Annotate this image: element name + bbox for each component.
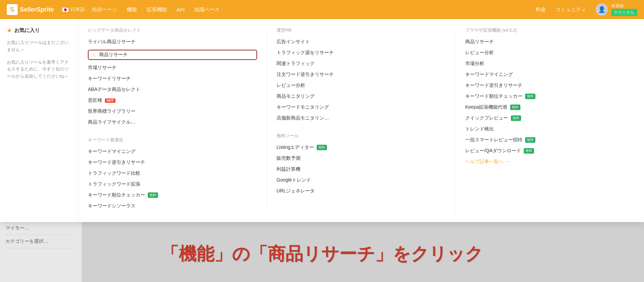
design-right-label: 意匠権 bbox=[88, 97, 102, 104]
favorites-hint-text: お気に入りツールを素早くアクセスするために、今すぐ右のツールから追加してください… bbox=[7, 59, 71, 80]
big-data-column: ビッグデータ商品セレクト ライバル商品リサーチ ☆ 商品リサーチ 市場リサーチ … bbox=[78, 27, 267, 214]
kw-rank-checker-link[interactable]: キーワード順位チェッカー 無料 bbox=[88, 192, 257, 198]
header-right: 料金 コミュニティ 👤 未登録 ゲストさん bbox=[536, 3, 637, 16]
traffic-compare-link[interactable]: トラフィックワード比較 bbox=[88, 170, 257, 176]
listing-editor-link[interactable]: Listingエディター 無料 bbox=[277, 144, 446, 151]
product-research-label: 商品リサーチ bbox=[99, 52, 128, 58]
url-gen-link[interactable]: URLジェネレータ bbox=[277, 188, 446, 194]
related-traffic-link[interactable]: 関連トラフィック bbox=[277, 61, 446, 67]
kw-thesaurus-link[interactable]: キーワードシソーラス bbox=[88, 203, 257, 209]
main-nav: 先頭ページ 機能 拡張機能 API 知識ベース bbox=[92, 6, 536, 13]
traffic-source-link[interactable]: トラフィック源をリサーチ bbox=[277, 50, 446, 56]
ext-market-link[interactable]: 市場分析 bbox=[465, 61, 634, 67]
aba-select-link[interactable]: ABAデータ商品セレクト bbox=[88, 87, 257, 93]
ext-quick-preview-label: クイックプレビュー bbox=[465, 115, 508, 121]
language-selector[interactable]: 🇯🇵 日本語 bbox=[62, 6, 85, 13]
listing-free-badge: 無料 bbox=[317, 145, 327, 150]
ext-keepa-free-badge: 無料 bbox=[510, 105, 520, 110]
nav-home[interactable]: 先頭ページ bbox=[92, 6, 117, 13]
logo[interactable]: S SellerSprite bbox=[7, 4, 54, 15]
trademark-library-link[interactable]: 世界商標ライブラリー bbox=[88, 108, 257, 114]
ext-keepa-link[interactable]: Keepa拡張機能代替 無料 bbox=[465, 104, 634, 110]
logo-icon: S bbox=[7, 4, 18, 15]
profit-calc-link[interactable]: 利益計算機 bbox=[277, 166, 446, 172]
ext-quick-preview-link[interactable]: クイックプレビュー 無料 bbox=[465, 115, 634, 121]
design-right-link[interactable]: 意匠権 HOT bbox=[88, 97, 257, 104]
hot-badge: HOT bbox=[105, 98, 115, 103]
nav-knowledge[interactable]: 知識ベース bbox=[194, 6, 220, 13]
keyword-opt-title: キーワード最適化 bbox=[88, 137, 257, 143]
sidebar-mymode[interactable]: マイモー… bbox=[5, 222, 76, 235]
browser-ext-column: ブラウザ拡張機能 (v4.5.2) 商品リサーチ レビュー分析 市場分析 キーワ… bbox=[456, 27, 644, 214]
product-monitoring-link[interactable]: 商品モニタリング bbox=[277, 93, 446, 99]
free-badge: 無料 bbox=[148, 192, 158, 198]
product-research-star-icon: ☆ bbox=[92, 52, 96, 58]
header: S SellerSprite 🇯🇵 日本語 先頭ページ 機能 拡張機能 API … bbox=[0, 0, 644, 19]
logo-text: SellerSprite bbox=[20, 6, 54, 13]
user-status: 未登録 bbox=[611, 3, 624, 9]
kw-monitoring-link[interactable]: キーワードモニタリング bbox=[277, 104, 446, 110]
sidebar-category[interactable]: カテゴリーを選択… bbox=[5, 235, 76, 248]
favorites-title: ★ お気に入り bbox=[7, 27, 71, 34]
kw-reverse-link[interactable]: キーワード逆引きリサーチ bbox=[88, 159, 257, 166]
store-monitoring-link[interactable]: 店舗新商品モニタリン… bbox=[277, 115, 446, 121]
dropdown-menu: ★ お気に入り お気に入りツールはまだございません～ お気に入りツールを素早くア… bbox=[0, 19, 644, 222]
avatar: 👤 bbox=[596, 3, 608, 16]
user-info: 未登録 ゲストさん bbox=[611, 3, 637, 16]
user-name-badge[interactable]: ゲストさん bbox=[611, 9, 637, 16]
favorites-panel: ★ お気に入り お気に入りツールはまだございません～ お気に入りツールを素早くア… bbox=[0, 19, 78, 222]
language-label: 日本語 bbox=[70, 6, 85, 13]
kw-rank-checker-label: キーワード順位チェッカー bbox=[88, 192, 145, 198]
keyword-research-link[interactable]: キーワードリサーチ bbox=[88, 76, 257, 82]
operations-column: 運営PR 広告インサイト トラフィック源をリサーチ 関連トラフィック 注文ワード… bbox=[267, 27, 456, 214]
favorites-label: お気に入り bbox=[14, 27, 40, 34]
sales-forecast-link[interactable]: 販売数予測 bbox=[277, 155, 446, 161]
ext-product-link[interactable]: 商品リサーチ bbox=[465, 39, 634, 45]
ext-review-dl-label: レビュー/QAダウンロード bbox=[465, 148, 521, 154]
ext-review-dl-free-badge: 無料 bbox=[524, 148, 534, 154]
favorites-empty-text: お気に入りツールはまだございません～ bbox=[7, 39, 71, 53]
ext-kw-rank-link[interactable]: キーワード順位チェッカー 無料 bbox=[465, 93, 634, 99]
order-reverse-link[interactable]: 注文ワード逆引きリサーチ bbox=[277, 72, 446, 78]
review-analysis-link[interactable]: レビュー分析 bbox=[277, 82, 446, 89]
browser-ext-label: ブラウザ拡張機能 (v4.5.2) bbox=[465, 28, 517, 33]
traffic-expand-link[interactable]: トラフィックワード拡張 bbox=[88, 181, 257, 187]
ad-insight-link[interactable]: 広告インサイト bbox=[277, 39, 446, 45]
nav-features[interactable]: 機能 bbox=[127, 6, 137, 13]
ext-review-invite-label: 一括スマートレビュー招待 bbox=[465, 137, 522, 143]
ext-kw-rank-label: キーワード順位チェッカー bbox=[465, 93, 522, 99]
ext-quick-preview-free-badge: 無料 bbox=[511, 115, 521, 121]
user-area: 👤 未登録 ゲストさん bbox=[596, 3, 637, 16]
nav-community[interactable]: コミュニティ bbox=[555, 6, 586, 13]
ext-review-dl-link[interactable]: レビュー/QAダウンロード 無料 bbox=[465, 148, 634, 154]
ext-review-invite-free-badge: 無料 bbox=[525, 137, 535, 143]
operations-title: 運営PR bbox=[277, 27, 446, 33]
product-lifecycle-link[interactable]: 商品ライフサイクル… bbox=[88, 119, 257, 125]
ext-keepa-label: Keepa拡張機能代替 bbox=[465, 104, 507, 110]
ext-kw-mining-link[interactable]: キーワードマイニング bbox=[465, 72, 634, 78]
ext-review-link[interactable]: レビュー分析 bbox=[465, 50, 634, 56]
kw-mining-link[interactable]: キーワードマイニング bbox=[88, 148, 257, 155]
menu-columns: ビッグデータ商品セレクト ライバル商品リサーチ ☆ 商品リサーチ 市場リサーチ … bbox=[78, 19, 644, 222]
market-research-link[interactable]: 市場リサーチ bbox=[88, 65, 257, 71]
ext-review-invite-link[interactable]: 一括スマートレビュー招待 無料 bbox=[465, 137, 634, 143]
rival-research-link[interactable]: ライバル商品リサーチ bbox=[88, 39, 257, 45]
nav-pricing[interactable]: 料金 bbox=[536, 6, 546, 13]
star-icon: ★ bbox=[7, 27, 12, 34]
help-link[interactable]: ヘルプ記事一覧へ → bbox=[465, 159, 634, 165]
listing-editor-label: Listingエディター bbox=[277, 144, 314, 151]
nav-extensions[interactable]: 拡張機能 bbox=[146, 6, 167, 13]
google-trends-link[interactable]: Googleトレンド bbox=[277, 177, 446, 183]
ext-kw-rank-free-badge: 無料 bbox=[525, 94, 535, 99]
ext-kw-reverse-link[interactable]: キーワード逆引きリサーチ bbox=[465, 82, 634, 89]
free-tools-title: 無料ツール bbox=[277, 133, 446, 139]
japan-flag-icon: 🇯🇵 bbox=[62, 6, 69, 13]
ext-trend-link[interactable]: トレンド検出 bbox=[465, 126, 634, 132]
big-data-title: ビッグデータ商品セレクト bbox=[88, 27, 257, 33]
product-research-link[interactable]: ☆ 商品リサーチ bbox=[88, 50, 257, 60]
nav-api[interactable]: API bbox=[176, 7, 185, 13]
browser-ext-title: ブラウザ拡張機能 (v4.5.2) bbox=[465, 27, 634, 33]
